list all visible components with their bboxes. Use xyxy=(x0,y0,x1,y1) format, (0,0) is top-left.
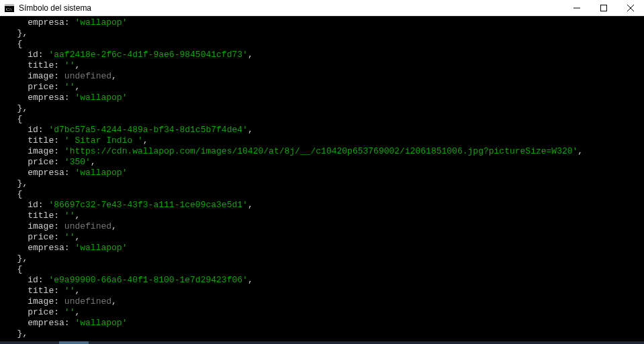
svg-rect-1 xyxy=(5,4,14,6)
console-line: id: 'aaf2418e-2f6c-4d1f-9ae6-9845041cfd7… xyxy=(0,50,644,60)
svg-rect-4 xyxy=(601,5,607,11)
cmd-icon: C:\ xyxy=(4,3,15,13)
console-line: empresa: 'wallapop' xyxy=(0,17,644,28)
console-line: price: '', xyxy=(0,307,644,318)
console-line: { xyxy=(0,189,644,200)
taskbar-active-app[interactable] xyxy=(59,341,89,344)
console-line: }, xyxy=(0,103,644,114)
console-line: }, xyxy=(0,329,644,339)
console-line: title: '', xyxy=(0,211,644,221)
console-output[interactable]: empresa: 'wallapop' }, { id: 'aaf2418e-2… xyxy=(0,16,644,344)
svg-text:C:\: C:\ xyxy=(6,7,12,12)
taskbar[interactable] xyxy=(0,341,644,344)
minimize-button[interactable] xyxy=(563,0,590,15)
window-controls xyxy=(563,0,644,15)
console-line: image: 'https://cdn.wallapop.com/images/… xyxy=(0,146,644,157)
maximize-button[interactable] xyxy=(590,0,617,15)
console-line: title: '', xyxy=(0,60,644,71)
titlebar: C:\ Símbolo del sistema xyxy=(0,0,644,16)
console-line: id: 'e9a99900-66a6-40f1-8100-1e7d29423f0… xyxy=(0,275,644,286)
console-line: empresa: 'wallapop' xyxy=(0,93,644,103)
console-line: { xyxy=(0,114,644,125)
console-line: { xyxy=(0,264,644,275)
console-line: empresa: 'wallapop' xyxy=(0,168,644,178)
console-line: id: 'd7bc57a5-4244-489a-bf34-8d1c5b7f4de… xyxy=(0,125,644,135)
console-line: price: '', xyxy=(0,232,644,243)
console-line: }, xyxy=(0,178,644,189)
console-line: { xyxy=(0,39,644,50)
console-line: empresa: 'wallapop' xyxy=(0,243,644,253)
console-line: }, xyxy=(0,28,644,39)
console-line: title: '', xyxy=(0,286,644,296)
window-title: Símbolo del sistema xyxy=(19,3,563,13)
console-line: price: '', xyxy=(0,82,644,93)
console-line: empresa: 'wallapop' xyxy=(0,318,644,329)
console-line: price: '350', xyxy=(0,157,644,168)
console-line: image: undefined, xyxy=(0,71,644,82)
close-button[interactable] xyxy=(617,0,644,15)
console-line: image: undefined, xyxy=(0,296,644,307)
console-line: }, xyxy=(0,253,644,264)
console-line: title: ' Sitar Indio ', xyxy=(0,135,644,146)
console-line: image: undefined, xyxy=(0,221,644,232)
console-line: id: '86697c32-7e43-43f3-a111-1ce09ca3e5d… xyxy=(0,200,644,211)
